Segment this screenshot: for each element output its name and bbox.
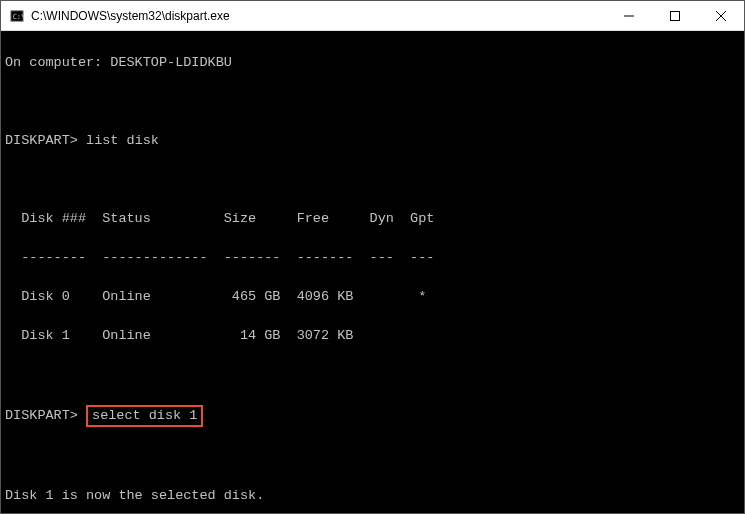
terminal-pane[interactable]: On computer: DESKTOP-LDIDKBU DISKPART> l… [1,31,744,513]
blank-line [5,446,740,466]
maximize-button[interactable] [652,1,698,31]
disk-table-header: Disk ### Status Size Free Dyn Gpt [5,209,740,229]
prompt: DISKPART> [5,408,78,423]
window-title: C:\WINDOWS\system32\diskpart.exe [31,9,606,23]
prompt-line: DISKPART> list disk [5,131,740,151]
table-row: Disk 1 Online 14 GB 3072 KB [5,326,740,346]
svg-text:C:\: C:\ [13,12,24,20]
cmd-select-disk: select disk 1 [86,405,203,427]
disk-table-divider: -------- ------------- ------- ------- -… [5,248,740,268]
window-titlebar: C:\ C:\WINDOWS\system32\diskpart.exe [1,1,744,31]
blank-line [5,170,740,190]
app-icon: C:\ [9,8,25,24]
prompt: DISKPART> [5,133,78,148]
blank-line [5,366,740,386]
svg-rect-3 [671,11,680,20]
response-line: Disk 1 is now the selected disk. [5,486,740,506]
blank-line [5,92,740,112]
table-row: Disk 0 Online 465 GB 4096 KB * [5,287,740,307]
cmd-list-disk: list disk [86,133,159,148]
prompt-line: DISKPART> select disk 1 [5,405,740,427]
close-button[interactable] [698,1,744,31]
minimize-button[interactable] [606,1,652,31]
on-computer-line: On computer: DESKTOP-LDIDKBU [5,53,740,73]
